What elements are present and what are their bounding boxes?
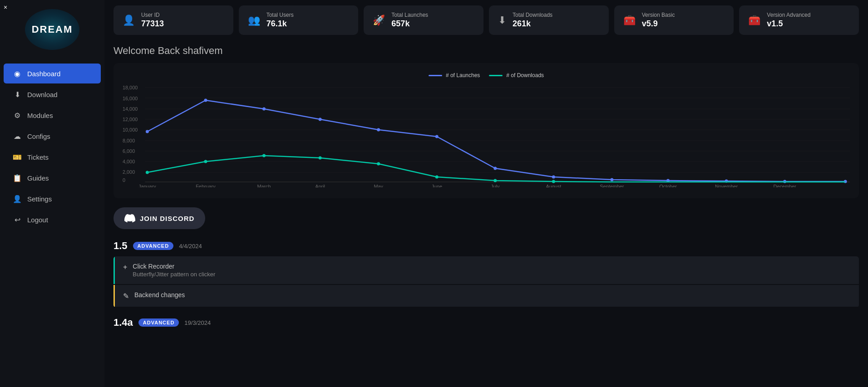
chart-container: # of Launches # of Downloads 18,000 16,0…	[113, 63, 859, 198]
version-basic-label: Version Basic	[642, 12, 675, 18]
total-downloads-value: 261k	[513, 19, 552, 29]
user-id-info: User ID 77313	[141, 12, 164, 29]
svg-point-28	[610, 178, 613, 181]
svg-text:February: February	[196, 184, 216, 187]
sidebar-item-label: Settings	[27, 195, 52, 203]
svg-text:0: 0	[123, 177, 125, 183]
svg-text:18,000: 18,000	[123, 85, 138, 90]
legend-line	[429, 75, 442, 76]
svg-point-36	[319, 157, 322, 160]
svg-point-38	[435, 176, 439, 179]
total-launches-info: Total Launches 657k	[391, 12, 428, 29]
svg-text:September: September	[600, 184, 624, 187]
discord-button[interactable]: JOIN DISCORD	[113, 207, 205, 229]
stat-card-total-downloads: ⬇ Total Downloads 261k	[489, 5, 609, 35]
version-advanced-info: Version Advanced v1.5	[767, 12, 810, 29]
total-launches-value: 657k	[391, 19, 428, 29]
svg-point-25	[435, 135, 439, 138]
chart-legend: # of Launches # of Downloads	[123, 72, 850, 78]
total-launches-icon: 🚀	[373, 15, 385, 26]
close-button[interactable]: ×	[4, 4, 7, 11]
svg-text:October: October	[659, 184, 677, 187]
total-users-icon: 👥	[248, 15, 260, 26]
changelog-item-text: Click Recorder	[133, 263, 215, 270]
svg-text:May: May	[374, 184, 383, 187]
total-downloads-icon: ⬇	[498, 15, 506, 26]
svg-point-40	[552, 180, 555, 183]
sidebar-item-tickets[interactable]: 🎫 Tickets	[4, 147, 101, 167]
user-id-label: User ID	[141, 12, 164, 18]
total-users-label: Total Users	[266, 12, 294, 18]
legend-label: # of Launches	[446, 72, 480, 78]
changelog: 1.5 ADVANCED 4/4/2024 + Click Recorder B…	[113, 240, 859, 333]
svg-point-39	[493, 179, 497, 182]
svg-text:14,000: 14,000	[123, 106, 138, 112]
svg-text:6,000: 6,000	[123, 148, 135, 154]
version-advanced-label: Version Advanced	[767, 12, 810, 18]
changelog-item: + Click Recorder Butterfly/Jitter patter…	[113, 256, 859, 284]
changelog-version: 1.5	[113, 240, 128, 252]
sidebar-item-modules[interactable]: ⚙ Modules	[4, 105, 101, 125]
svg-point-20	[146, 130, 149, 133]
legend-item: # of Downloads	[489, 72, 544, 78]
logout-icon: ↩	[13, 215, 22, 224]
total-launches-label: Total Launches	[391, 12, 428, 18]
sidebar-item-label: Modules	[27, 112, 53, 119]
svg-text:November: November	[715, 184, 738, 187]
sidebar-item-settings[interactable]: 👤 Settings	[4, 189, 101, 209]
sidebar-item-dashboard[interactable]: ◉ Dashboard	[4, 64, 101, 83]
changelog-badge: ADVANCED	[133, 242, 174, 250]
version-advanced-icon: 🧰	[748, 15, 760, 26]
legend-label: # of Downloads	[506, 72, 544, 78]
changelog-header: 1.4a ADVANCED 19/3/2024	[113, 317, 859, 328]
stat-card-version-advanced: 🧰 Version Advanced v1.5	[739, 5, 859, 35]
version-basic-info: Version Basic v5.9	[642, 12, 675, 29]
svg-text:January: January	[138, 184, 156, 187]
svg-text:2,000: 2,000	[123, 169, 135, 175]
sidebar-item-label: Download	[27, 91, 58, 98]
discord-btn-label: JOIN DISCORD	[140, 215, 194, 222]
logo: DREAM	[25, 9, 79, 50]
user-id-icon: 👤	[123, 15, 135, 26]
svg-text:July: July	[491, 184, 500, 187]
chart-svg-wrap: 18,000 16,000 14,000 12,000 10,000 8,000…	[123, 83, 850, 189]
changelog-item-subtext: Butterfly/Jitter pattern on clicker	[133, 271, 215, 278]
changelog-item-icon: +	[123, 263, 127, 271]
legend-line	[489, 75, 503, 76]
total-users-value: 76.1k	[266, 19, 294, 29]
svg-text:March: March	[257, 184, 271, 187]
app-title: DREAM	[32, 24, 73, 35]
version-advanced-value: v1.5	[767, 19, 810, 29]
svg-text:4,000: 4,000	[123, 159, 135, 164]
sidebar-item-logout[interactable]: ↩ Logout	[4, 210, 101, 230]
total-downloads-label: Total Downloads	[513, 12, 552, 18]
svg-point-24	[377, 128, 380, 132]
svg-text:April: April	[315, 184, 325, 187]
svg-text:16,000: 16,000	[123, 96, 138, 101]
sidebar-item-guides[interactable]: 📋 Guides	[4, 168, 101, 188]
changelog-item-content: Backend changes	[134, 291, 185, 299]
stat-card-user-id: 👤 User ID 77313	[113, 5, 233, 35]
sidebar-item-configs[interactable]: ☁ Configs	[4, 126, 101, 146]
sidebar-item-label: Logout	[27, 216, 48, 224]
svg-point-37	[377, 162, 380, 166]
tickets-icon: 🎫	[13, 152, 22, 162]
svg-point-34	[204, 160, 207, 163]
changelog-date: 4/4/2024	[179, 243, 202, 250]
stat-card-version-basic: 🧰 Version Basic v5.9	[614, 5, 734, 35]
nav-menu: ◉ Dashboard ⬇ Download ⚙ Modules ☁ Confi…	[0, 64, 104, 230]
stats-bar: 👤 User ID 77313 👥 Total Users 76.1k 🚀 To…	[113, 0, 859, 40]
sidebar-item-label: Guides	[27, 174, 49, 182]
changelog-items: + Click Recorder Butterfly/Jitter patter…	[113, 256, 859, 308]
sidebar-item-label: Dashboard	[27, 70, 60, 78]
version-basic-value: v5.9	[642, 19, 675, 29]
changelog-item: ✎ Backend changes	[113, 285, 859, 307]
svg-text:8,000: 8,000	[123, 138, 135, 143]
sidebar-item-download[interactable]: ⬇ Download	[4, 84, 101, 104]
chart-svg: 18,000 16,000 14,000 12,000 10,000 8,000…	[123, 83, 850, 187]
sidebar-item-label: Configs	[27, 132, 50, 140]
stat-card-total-users: 👥 Total Users 76.1k	[239, 5, 359, 35]
stat-card-total-launches: 🚀 Total Launches 657k	[364, 5, 483, 35]
changelog-entry-1.4a: 1.4a ADVANCED 19/3/2024	[113, 317, 859, 333]
changelog-date: 19/3/2024	[184, 319, 211, 326]
